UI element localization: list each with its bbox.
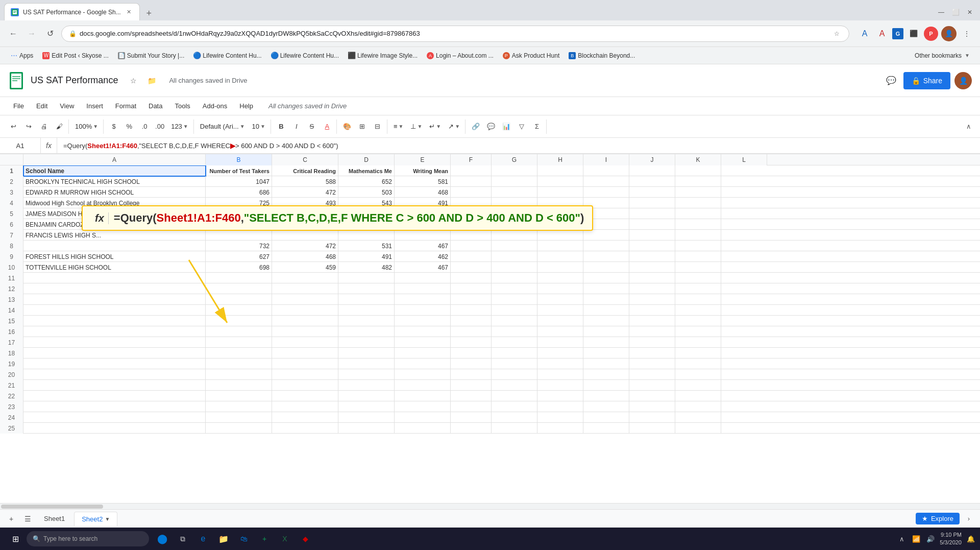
col-header-j[interactable]: J xyxy=(629,154,675,165)
cell-j18[interactable] xyxy=(629,348,675,358)
cell-d23[interactable] xyxy=(338,401,395,412)
cell-i15[interactable] xyxy=(583,316,629,326)
cell-b12[interactable] xyxy=(206,283,272,294)
cell-k8[interactable] xyxy=(675,241,721,251)
menu-file[interactable]: File xyxy=(8,100,29,112)
cell-i23[interactable] xyxy=(583,401,629,412)
cell-e23[interactable] xyxy=(395,401,451,412)
cell-f13[interactable] xyxy=(451,294,492,305)
cell-d12[interactable] xyxy=(338,283,395,294)
url-bar[interactable]: 🔒 docs.google.com/spreadsheets/d/1nwOHda… xyxy=(61,26,849,42)
cell-a13[interactable] xyxy=(23,294,206,305)
cell-k7[interactable] xyxy=(675,230,721,241)
cell-h13[interactable] xyxy=(537,294,583,305)
cell-b16[interactable] xyxy=(206,326,272,337)
other-bookmarks[interactable]: Other bookmarks ▼ xyxy=(911,50,974,61)
bookmark-blockchain[interactable]: B Blockchain Beyond... xyxy=(565,50,639,61)
cell-d8[interactable]: 531 xyxy=(338,241,395,251)
cell-i2[interactable] xyxy=(583,176,629,187)
bookmark-producthunt[interactable]: P Ask Product Hunt xyxy=(499,50,564,61)
cell-b10[interactable]: 698 xyxy=(206,262,272,273)
cell-h21[interactable] xyxy=(537,380,583,391)
cell-a17[interactable] xyxy=(23,337,206,348)
cell-i9[interactable] xyxy=(583,251,629,262)
menu-view[interactable]: View xyxy=(55,100,79,112)
cell-a20[interactable] xyxy=(23,369,206,380)
ext3-icon[interactable]: G xyxy=(892,28,903,39)
rotate-dropdown[interactable]: ↗ ▼ xyxy=(445,119,463,134)
cell-b2[interactable]: 1047 xyxy=(206,176,272,187)
star-button[interactable]: ☆ xyxy=(126,74,140,88)
number-format-dropdown[interactable]: 123 ▼ xyxy=(168,119,191,134)
filter-button[interactable]: ▽ xyxy=(514,119,529,134)
bold-button[interactable]: B xyxy=(274,119,288,134)
cell-c19[interactable] xyxy=(272,358,338,369)
cell-c10[interactable]: 459 xyxy=(272,262,338,273)
move-to-button[interactable]: 📁 xyxy=(144,74,159,88)
cell-h1[interactable] xyxy=(537,165,583,176)
forward-button[interactable]: → xyxy=(24,27,39,41)
cell-j9[interactable] xyxy=(629,251,675,262)
cell-i17[interactable] xyxy=(583,337,629,348)
cell-g24[interactable] xyxy=(492,412,537,423)
cell-i1[interactable] xyxy=(583,165,629,176)
cell-i12[interactable] xyxy=(583,283,629,294)
cell-e9[interactable]: 462 xyxy=(395,251,451,262)
cell-d3[interactable]: 503 xyxy=(338,187,395,198)
cell-j10[interactable] xyxy=(629,262,675,273)
cell-i21[interactable] xyxy=(583,380,629,391)
cell-k14[interactable] xyxy=(675,305,721,316)
cell-g20[interactable] xyxy=(492,369,537,380)
cell-k19[interactable] xyxy=(675,358,721,369)
col-header-f[interactable]: F xyxy=(451,154,492,165)
cell-h11[interactable] xyxy=(537,273,583,283)
taskbar-store[interactable]: 🛍 xyxy=(235,530,253,548)
cell-a19[interactable] xyxy=(23,358,206,369)
cell-f16[interactable] xyxy=(451,326,492,337)
borders-button[interactable]: ⊞ xyxy=(355,119,370,134)
cell-h2[interactable] xyxy=(537,176,583,187)
menu-insert[interactable]: Insert xyxy=(81,100,108,112)
col-header-d[interactable]: D xyxy=(338,154,395,165)
fill-color-button[interactable]: 🎨 xyxy=(340,119,354,134)
cell-b15[interactable] xyxy=(206,316,272,326)
cell-d15[interactable] xyxy=(338,316,395,326)
add-sheet-button[interactable]: + xyxy=(4,512,18,526)
cell-b23[interactable] xyxy=(206,401,272,412)
cell-i7[interactable] xyxy=(583,230,629,241)
cell-h25[interactable] xyxy=(537,423,583,434)
cell-f2[interactable] xyxy=(451,176,492,187)
bookmark-editpost[interactable]: W Edit Post ‹ Skyose ... xyxy=(38,50,112,61)
cell-g9[interactable] xyxy=(492,251,537,262)
text-color-button[interactable]: A xyxy=(320,119,334,134)
cell-i13[interactable] xyxy=(583,294,629,305)
cell-d20[interactable] xyxy=(338,369,395,380)
col-header-e[interactable]: E xyxy=(395,154,451,165)
cell-f19[interactable] xyxy=(451,358,492,369)
cell-h7[interactable] xyxy=(537,230,583,241)
chart-button[interactable]: 📊 xyxy=(499,119,513,134)
cell-j3[interactable] xyxy=(629,187,675,198)
cell-c23[interactable] xyxy=(272,401,338,412)
cell-f18[interactable] xyxy=(451,348,492,358)
decrease-decimal-button[interactable]: .0 xyxy=(137,119,152,134)
cell-a1[interactable]: School Name xyxy=(23,165,206,176)
cell-g10[interactable] xyxy=(492,262,537,273)
sheet-tab-1[interactable]: Sheet1 xyxy=(37,512,72,526)
cell-k3[interactable] xyxy=(675,187,721,198)
tab-close-button[interactable]: ✕ xyxy=(125,8,133,16)
cell-g22[interactable] xyxy=(492,391,537,401)
col-header-k[interactable]: K xyxy=(675,154,721,165)
cell-d24[interactable] xyxy=(338,412,395,423)
cell-h9[interactable] xyxy=(537,251,583,262)
strikethrough-button[interactable]: S xyxy=(305,119,319,134)
cell-e1[interactable]: Writing Mean xyxy=(395,165,451,176)
cell-a2[interactable]: BROOKLYN TECHNICAL HIGH SCHOOL xyxy=(23,176,206,187)
bookmark-login[interactable]: A Login – About.com ... xyxy=(423,50,498,61)
cell-c3[interactable]: 472 xyxy=(272,187,338,198)
cell-d2[interactable]: 652 xyxy=(338,176,395,187)
menu-format[interactable]: Format xyxy=(110,100,141,112)
cell-c22[interactable] xyxy=(272,391,338,401)
cell-g23[interactable] xyxy=(492,401,537,412)
bookmark-apps[interactable]: ⋯ Apps xyxy=(6,50,37,61)
